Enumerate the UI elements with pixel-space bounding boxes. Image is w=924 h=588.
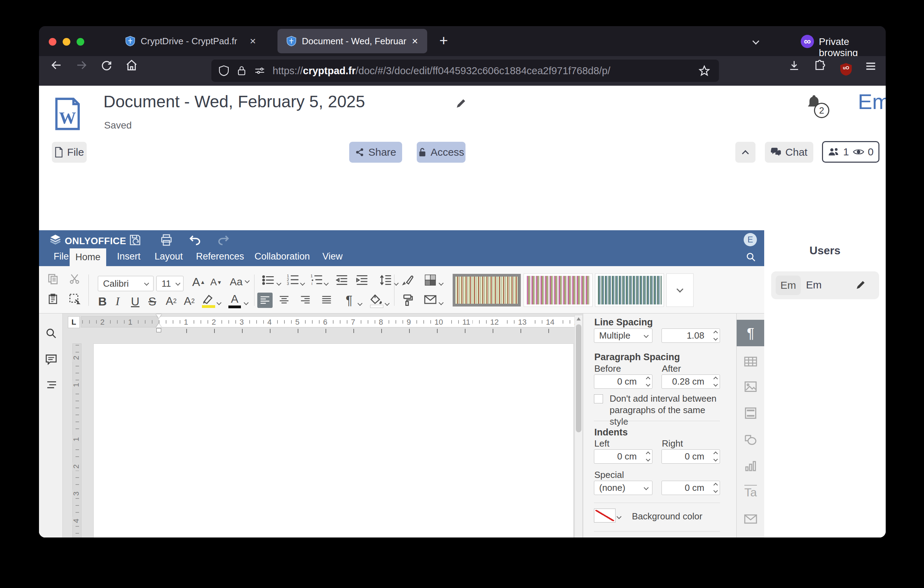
mail-merge-chevron-icon[interactable]	[439, 300, 443, 306]
align-center-icon[interactable]	[279, 296, 289, 304]
edit-user-pencil-icon[interactable]	[855, 280, 866, 290]
paste-icon[interactable]	[47, 293, 58, 304]
headerfooter-settings-tab[interactable]	[737, 400, 764, 426]
back-icon[interactable]	[50, 59, 63, 71]
style-preview-3[interactable]	[595, 274, 663, 307]
clear-style-icon[interactable]	[402, 274, 414, 286]
change-case-icon[interactable]: Aa	[230, 276, 249, 288]
tab-cryptdrive[interactable]: CryptDrive - CryptPad.fr ×	[115, 30, 279, 53]
vruler[interactable]: 2112345	[73, 344, 81, 537]
share-button[interactable]: Share	[349, 142, 402, 163]
oo-print-icon[interactable]	[160, 234, 173, 246]
numbered-list-icon[interactable]: 123	[287, 274, 299, 286]
oo-menu-home-active[interactable]: Home	[69, 248, 106, 266]
minimize-window-button[interactable]	[63, 38, 70, 46]
oo-menu-insert[interactable]: Insert	[117, 251, 141, 262]
line-spacing-icon[interactable]	[380, 274, 392, 286]
oo-menu-view[interactable]: View	[322, 251, 343, 262]
highlight-chevron-icon[interactable]	[217, 300, 221, 306]
oo-menu-collaboration[interactable]: Collaboration	[254, 251, 310, 262]
user-row[interactable]: Em Em	[771, 271, 879, 299]
nonprinting-chevron-icon[interactable]	[358, 300, 362, 307]
special-amount-input[interactable]: 0 cm	[662, 481, 720, 495]
align-left-icon-active[interactable]	[257, 292, 272, 308]
font-color-icon[interactable]: A	[228, 292, 241, 308]
navigation-headings-icon[interactable]	[45, 380, 57, 390]
line-spacing-number[interactable]: 1.08	[662, 329, 720, 343]
decrease-font-icon[interactable]: A▼	[210, 277, 222, 288]
reload-icon[interactable]	[100, 59, 113, 71]
document-page[interactable]	[93, 344, 574, 537]
oo-menu-references[interactable]: References	[196, 251, 244, 262]
access-button[interactable]: Access	[417, 142, 465, 163]
mailmerge-settings-tab[interactable]	[737, 506, 764, 532]
oo-user-avatar[interactable]: E	[744, 233, 757, 246]
oo-undo-icon[interactable]	[189, 235, 201, 246]
home-icon[interactable]	[125, 59, 138, 71]
shading-chevron-icon[interactable]	[385, 300, 389, 307]
multilevel-list-icon[interactable]: 1i	[310, 274, 323, 286]
font-size-select[interactable]: 11	[156, 276, 183, 291]
oo-menu-layout[interactable]: Layout	[155, 251, 183, 262]
menu-hamburger-icon[interactable]	[865, 60, 877, 72]
find-icon[interactable]	[45, 327, 57, 339]
textart-settings-tab[interactable]: Ta	[737, 479, 764, 505]
increase-indent-icon[interactable]	[356, 274, 368, 286]
table-settings-tab[interactable]	[737, 349, 764, 375]
chart-settings-tab[interactable]	[737, 453, 764, 479]
select-all-icon[interactable]	[69, 293, 81, 305]
hruler[interactable]: 21123456789101112131415	[81, 316, 578, 327]
strikethrough-icon[interactable]: S	[148, 295, 156, 308]
line-spacing-select[interactable]: Multiple	[594, 329, 652, 343]
tracking-shield-icon[interactable]	[219, 65, 229, 76]
paragraph-shading-icon[interactable]	[370, 294, 383, 308]
nonprinting-chars-icon[interactable]: ¶	[346, 293, 352, 308]
v-scroll-thumb[interactable]	[576, 324, 581, 432]
cut-icon[interactable]	[69, 273, 80, 284]
new-tab-button[interactable]: +	[439, 32, 448, 49]
tab-close-icon[interactable]: ×	[412, 35, 418, 47]
paragraph-settings-tab[interactable]: ¶	[737, 320, 764, 346]
indent-right-input[interactable]: 0 cm	[662, 449, 720, 464]
special-select[interactable]: (none)	[594, 481, 652, 495]
scroll-up-arrow[interactable]	[577, 317, 581, 320]
bold-icon[interactable]: B	[98, 295, 107, 308]
hanging-indent-marker[interactable]	[156, 323, 162, 327]
indent-left-input[interactable]: 0 cm	[594, 449, 652, 464]
url-bar[interactable]: https://cryptpad.fr/doc/#/3/doc/edit/ff0…	[211, 59, 719, 82]
copy-icon[interactable]	[47, 273, 58, 284]
v-scrollbar[interactable]	[574, 315, 583, 537]
increase-font-icon[interactable]: A▲	[192, 275, 205, 289]
close-window-button[interactable]	[49, 38, 56, 46]
tabstop-selector[interactable]: L	[68, 316, 80, 328]
image-settings-tab[interactable]	[737, 373, 764, 400]
bullet-list-chevron-icon[interactable]	[277, 280, 280, 286]
bullet-list-icon[interactable]	[262, 274, 275, 286]
spacing-after-input[interactable]: 0.28 cm	[662, 375, 720, 389]
no-interval-checkbox[interactable]	[594, 394, 603, 403]
spacing-before-input[interactable]: 0 cm	[594, 375, 652, 389]
table-shading-icon[interactable]	[424, 274, 437, 286]
oo-save-icon[interactable]	[129, 234, 141, 246]
font-name-select[interactable]: Calibri	[98, 276, 153, 291]
style-preview-selected[interactable]	[453, 274, 521, 307]
downloads-icon[interactable]	[788, 59, 800, 71]
forward-icon[interactable]	[75, 59, 88, 71]
decrease-indent-icon[interactable]	[336, 274, 348, 286]
tab-document-active[interactable]: Document - Wed, February 5, 2025 ×	[277, 29, 427, 53]
list-tabs-chevron-icon[interactable]	[753, 39, 758, 45]
oo-redo-icon[interactable]	[217, 235, 230, 246]
comments-icon[interactable]	[45, 354, 57, 365]
style-preview-2[interactable]	[524, 274, 592, 307]
background-color-swatch[interactable]	[594, 509, 615, 522]
ublock-icon[interactable]: uO	[840, 62, 852, 76]
styles-gallery-expand-button[interactable]	[667, 274, 693, 307]
multilevel-list-chevron-icon[interactable]	[325, 280, 328, 286]
subscript-icon[interactable]: A2	[184, 295, 195, 307]
bookmark-star-icon[interactable]	[699, 65, 710, 76]
zoom-window-button[interactable]	[77, 38, 84, 46]
highlight-color-icon[interactable]	[202, 294, 215, 308]
edit-title-pencil-icon[interactable]	[455, 98, 467, 109]
copy-style-icon[interactable]	[402, 294, 413, 306]
extensions-icon[interactable]	[814, 59, 826, 71]
